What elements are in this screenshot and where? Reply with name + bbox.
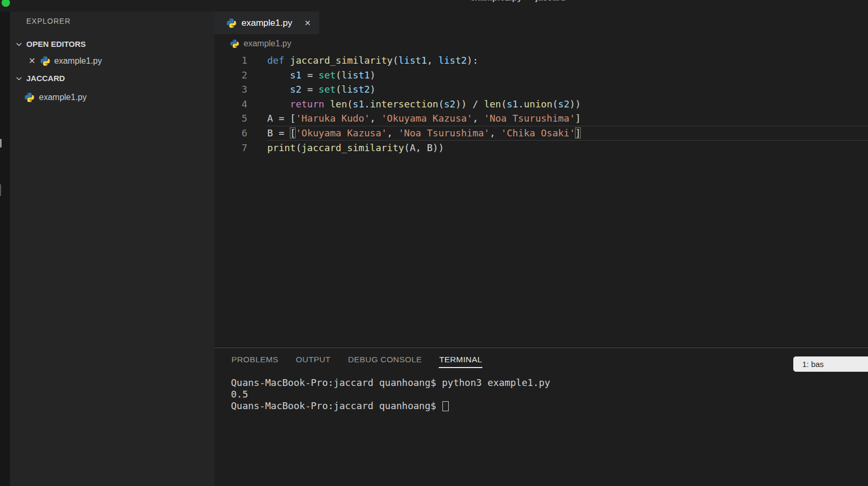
terminal-line: Quans-MacBook-Pro:jaccard quanhoang$ pyt… bbox=[231, 377, 868, 389]
bottom-panel: PROBLEMS OUTPUT DEBUG CONSOLE TERMINAL 1… bbox=[215, 348, 868, 486]
line-number: 6 bbox=[215, 126, 267, 141]
explorer-title: EXPLORER bbox=[10, 15, 215, 27]
terminal-cursor bbox=[442, 401, 449, 411]
line-number: 1 bbox=[215, 53, 267, 68]
section-label: JACCARD bbox=[26, 74, 65, 83]
code-line-5[interactable]: 5A = ['Haruka Kudo', 'Okuyama Kazusa', '… bbox=[215, 111, 868, 126]
code-line-4[interactable]: 4 return len(s1.intersection(s2)) / len(… bbox=[215, 97, 868, 112]
activity-bar-icon-sliver bbox=[0, 139, 2, 147]
python-icon bbox=[226, 18, 237, 28]
line-number: 4 bbox=[215, 97, 267, 112]
terminal-shell-selector[interactable]: 1: bas bbox=[793, 356, 868, 372]
tree-item-example1[interactable]: example1.py bbox=[10, 88, 215, 106]
terminal-line: Quans-MacBook-Pro:jaccard quanhoang$ bbox=[231, 400, 868, 412]
section-label: OPEN EDITORS bbox=[26, 39, 86, 48]
window-title: example1.py — jaccard bbox=[470, 0, 639, 3]
code-line-3[interactable]: 3 s2 = set(list2) bbox=[215, 82, 868, 97]
code-text[interactable]: A = ['Haruka Kudo', 'Okuyama Kazusa', 'N… bbox=[267, 111, 868, 126]
tab-example1[interactable]: example1.py ✕ bbox=[215, 12, 319, 34]
window-title-clip: example1.py — jaccard bbox=[470, 0, 639, 5]
code-text[interactable]: return len(s1.intersection(s2)) / len(s1… bbox=[267, 97, 868, 112]
line-number: 2 bbox=[215, 68, 267, 83]
breadcrumb[interactable]: example1.py bbox=[215, 34, 868, 53]
titlebar: example1.py — jaccard bbox=[0, 0, 868, 12]
tab-output[interactable]: OUTPUT bbox=[295, 352, 331, 369]
code-line-7[interactable]: 7print(jaccard_similarity(A, B)) bbox=[215, 141, 868, 155]
code-line-1[interactable]: 1def jaccard_similarity(list1, list2): bbox=[215, 53, 868, 68]
code-text[interactable]: def jaccard_similarity(list1, list2): bbox=[267, 53, 868, 68]
vscode-window: example1.py — jaccard EXPLORER OPEN EDIT… bbox=[0, 0, 868, 486]
code-text[interactable]: s2 = set(list2) bbox=[267, 82, 868, 97]
code-text[interactable]: print(jaccard_similarity(A, B)) bbox=[267, 141, 868, 155]
python-icon bbox=[230, 39, 239, 48]
chevron-down-icon bbox=[15, 74, 23, 83]
activity-bar-icon-sliver bbox=[0, 184, 1, 196]
tab-debug-console[interactable]: DEBUG CONSOLE bbox=[347, 352, 422, 369]
terminal-output[interactable]: Quans-MacBook-Pro:jaccard quanhoang$ pyt… bbox=[215, 372, 868, 411]
open-editor-item-example1[interactable]: ✕ example1.py bbox=[10, 52, 215, 70]
traffic-light-green-button[interactable] bbox=[2, 0, 10, 7]
tab-label: example1.py bbox=[241, 18, 292, 28]
section-jaccard[interactable]: JACCARD bbox=[10, 70, 215, 86]
close-icon[interactable]: ✕ bbox=[304, 18, 311, 28]
section-open-editors[interactable]: OPEN EDITORS bbox=[10, 36, 215, 52]
python-icon bbox=[40, 56, 51, 66]
activity-bar bbox=[0, 0, 10, 486]
chevron-down-icon bbox=[15, 40, 23, 48]
line-number: 3 bbox=[215, 82, 267, 97]
open-editor-file-label: example1.py bbox=[54, 56, 102, 66]
tree-item-file-label: example1.py bbox=[39, 93, 87, 102]
line-number: 7 bbox=[215, 141, 267, 155]
shell-selector-label: 1: bas bbox=[802, 360, 824, 369]
code-line-6[interactable]: 6B = ['Okuyama Kazusa', 'Noa Tsurushima'… bbox=[215, 126, 868, 141]
terminal-line: 0.5 bbox=[231, 389, 868, 400]
line-number: 5 bbox=[215, 111, 267, 126]
code-area[interactable]: 1def jaccard_similarity(list1, list2):2 … bbox=[215, 53, 868, 155]
code-line-2[interactable]: 2 s1 = set(list1) bbox=[215, 68, 868, 83]
tab-problems[interactable]: PROBLEMS bbox=[231, 352, 279, 369]
code-text[interactable]: B = ['Okuyama Kazusa', 'Noa Tsurushima',… bbox=[267, 126, 868, 141]
close-icon[interactable]: ✕ bbox=[28, 57, 36, 65]
editor-region: example1.py ✕ example1.py 1def jaccard_s… bbox=[215, 12, 868, 348]
panel-tabbar: PROBLEMS OUTPUT DEBUG CONSOLE TERMINAL bbox=[215, 348, 868, 372]
editor-tabbar: example1.py ✕ bbox=[215, 12, 868, 34]
code-text[interactable]: s1 = set(list1) bbox=[267, 68, 868, 83]
python-icon bbox=[24, 92, 35, 103]
explorer-sidebar: EXPLORER OPEN EDITORS ✕ example1.py JACC… bbox=[10, 12, 215, 486]
breadcrumb-file: example1.py bbox=[244, 39, 291, 48]
tab-terminal[interactable]: TERMINAL bbox=[439, 352, 483, 369]
